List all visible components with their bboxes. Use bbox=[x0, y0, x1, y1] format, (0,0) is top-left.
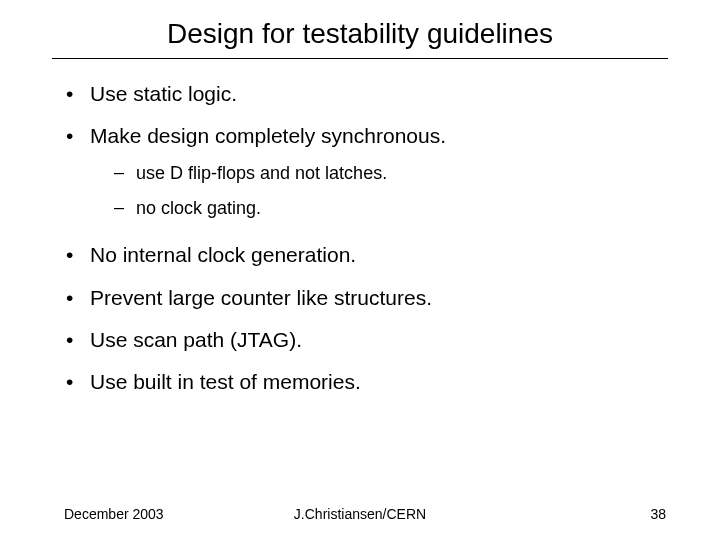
footer: December 2003 J.Christiansen/CERN 38 bbox=[0, 506, 720, 522]
slide: Design for testability guidelines Use st… bbox=[0, 0, 720, 540]
footer-author: J.Christiansen/CERN bbox=[0, 506, 720, 522]
bullet-item: Use built in test of memories. bbox=[40, 361, 680, 403]
bullet-item: Use static logic. bbox=[40, 73, 680, 115]
bullet-list: Use static logic. Make design completely… bbox=[40, 73, 680, 403]
content-area: Use static logic. Make design completely… bbox=[0, 59, 720, 403]
sub-bullet-item: use D flip-flops and not latches. bbox=[90, 156, 680, 191]
bullet-item: Prevent large counter like structures. bbox=[40, 277, 680, 319]
bullet-text: Use scan path (JTAG). bbox=[90, 328, 302, 351]
bullet-item: No internal clock generation. bbox=[40, 234, 680, 276]
bullet-text: Use static logic. bbox=[90, 82, 237, 105]
bullet-item: Make design completely synchronous. use … bbox=[40, 115, 680, 234]
bullet-text: Use built in test of memories. bbox=[90, 370, 361, 393]
bullet-item: Use scan path (JTAG). bbox=[40, 319, 680, 361]
sub-bullet-item: no clock gating. bbox=[90, 191, 680, 226]
bullet-text: Prevent large counter like structures. bbox=[90, 286, 432, 309]
sub-bullet-text: use D flip-flops and not latches. bbox=[136, 163, 387, 183]
sub-bullet-text: no clock gating. bbox=[136, 198, 261, 218]
sub-bullet-list: use D flip-flops and not latches. no clo… bbox=[90, 156, 680, 227]
bullet-text: No internal clock generation. bbox=[90, 243, 356, 266]
bullet-text: Make design completely synchronous. bbox=[90, 124, 446, 147]
slide-title: Design for testability guidelines bbox=[0, 0, 720, 58]
